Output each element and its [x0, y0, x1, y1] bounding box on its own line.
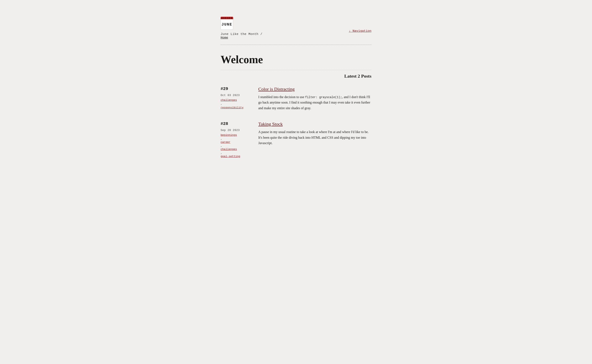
post-tag-career[interactable]: career — [221, 141, 250, 144]
post-content-29: Color is Distracting I stumbled into the… — [258, 86, 371, 111]
post-entry-29: #29 Oct 03 2023 challenges, responsibili… — [221, 86, 371, 111]
post-title-link-29[interactable]: Color is Distracting — [258, 86, 371, 92]
post-content-28: Taking Stock A pause in my usual routine… — [258, 121, 371, 158]
post-tag-goal-setting[interactable]: goal-setting — [221, 155, 250, 158]
site-header: JUNE June Like the Month / Home ↓ Naviga… — [221, 17, 371, 39]
post-tags-29: challenges, responsibility — [221, 98, 250, 110]
post-date-29: Oct 03 2023 — [221, 94, 250, 97]
calendar-ring-2 — [223, 17, 224, 19]
calendar-body: JUNE — [221, 19, 233, 30]
post-number-29: #29 — [221, 86, 250, 91]
post-meta-29: #29 Oct 03 2023 challenges, responsibili… — [221, 86, 250, 111]
site-title: June Like the Month / — [221, 32, 262, 36]
post-tags-28: beginnings, career, challenges, goal-set… — [221, 133, 250, 158]
post-title-link-28[interactable]: Taking Stock — [258, 121, 371, 127]
post-excerpt-29: I stumbled into the decision to use filt… — [258, 94, 371, 111]
calendar-icon: JUNE — [221, 17, 233, 30]
post-entry-28: #28 Sep 20 2023 beginnings, career, chal… — [221, 121, 371, 158]
post-tag-responsibility-29[interactable]: responsibility — [221, 106, 250, 109]
calendar-ring-3 — [225, 17, 226, 19]
content-divider — [221, 70, 371, 70]
welcome-heading: Welcome — [221, 53, 371, 66]
navigation-link[interactable]: ↓ Navigation — [349, 29, 371, 33]
post-tag-beginnings[interactable]: beginnings — [221, 133, 250, 136]
tag-comma-29: , — [221, 102, 250, 105]
tag-comma-28-2: , — [221, 144, 250, 148]
post-number-28: #28 — [221, 121, 250, 126]
post-tag-challenges-28[interactable]: challenges — [221, 148, 250, 151]
tag-comma-28-1: , — [221, 137, 250, 140]
post-meta-28: #28 Sep 20 2023 beginnings, career, chal… — [221, 121, 250, 158]
latest-posts-label: Latest 2 Posts — [221, 73, 371, 79]
calendar-ring-1 — [222, 17, 222, 19]
code-snippet-29: filter: grayscale(1); — [305, 96, 342, 99]
site-brand: JUNE June Like the Month / Home — [221, 17, 262, 39]
main-content: Welcome Latest 2 Posts #29 Oct 03 2023 c… — [221, 53, 371, 158]
header-divider — [221, 45, 371, 45]
calendar-ring-5 — [229, 17, 230, 19]
calendar-ring-4 — [228, 17, 228, 19]
calendar-ring-6 — [231, 17, 232, 19]
calendar-top — [221, 17, 233, 19]
tag-comma-28-3: , — [221, 151, 250, 155]
post-date-28: Sep 20 2023 — [221, 129, 250, 132]
post-tag-challenges-29[interactable]: challenges — [221, 98, 250, 102]
post-excerpt-28: A pause in my usual routine to take a lo… — [258, 129, 371, 146]
calendar-month-text: JUNE — [222, 22, 232, 26]
home-link[interactable]: Home — [221, 36, 262, 39]
